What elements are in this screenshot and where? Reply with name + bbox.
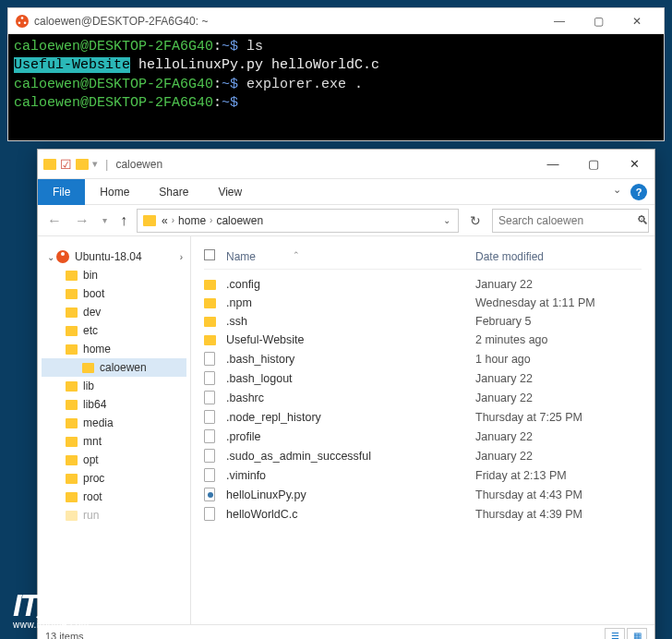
refresh-button[interactable]: ↻ [464, 213, 486, 228]
file-date: January 22 [475, 392, 642, 404]
address-dropdown[interactable]: ⌄ [443, 215, 452, 225]
terminal-maximize-button[interactable]: ▢ [579, 8, 618, 34]
sidebar-item-lib64[interactable]: lib64 [42, 395, 186, 414]
breadcrumb-home[interactable]: home [176, 214, 208, 227]
separator: | [105, 157, 108, 171]
explorer-title: caloewen [115, 158, 162, 171]
quickaccess-icons: ☑ ▾ [43, 157, 98, 172]
folder-icon [66, 492, 78, 502]
file-row[interactable]: helloWorldC.cThursday at 4:39 PM [204, 504, 642, 524]
minimize-button[interactable]: — [533, 150, 573, 179]
terminal-line: caloewen@DESKTOP-2FA6G40:~$ explorer.exe… [14, 76, 658, 94]
column-name[interactable]: Name⌃ [226, 250, 475, 263]
file-date: January 22 [475, 430, 642, 443]
file-name: .bash_history [226, 353, 475, 366]
sidebar-item-lib[interactable]: lib [42, 377, 186, 395]
terminal-line: caloewen@DESKTOP-2FA6G40:~$ [14, 94, 658, 113]
file-name: .viminfo [226, 469, 475, 482]
file-name: .sudo_as_admin_successful [226, 450, 475, 463]
svg-point-0 [16, 15, 29, 28]
sidebar-item-ubuntu[interactable]: ⌄ Ubuntu-18.04 › [42, 247, 186, 266]
file-row[interactable]: .viminfoFriday at 2:13 PM [204, 465, 642, 485]
sidebar-item-bin[interactable]: bin [42, 266, 186, 284]
file-row[interactable]: .sshFebruary 5 [204, 312, 642, 331]
svg-point-2 [18, 21, 21, 24]
chevron-right-icon: › [170, 215, 176, 225]
nav-back-button[interactable]: ← [43, 212, 66, 229]
tree-collapse-icon[interactable]: ⌄ [45, 252, 56, 262]
file-icon [204, 352, 215, 366]
close-button[interactable]: ✕ [614, 150, 654, 179]
ribbon-home-tab[interactable]: Home [85, 186, 144, 199]
terminal-body[interactable]: caloewen@DESKTOP-2FA6G40:~$ ls Useful-We… [8, 34, 664, 140]
file-row[interactable]: .sudo_as_admin_successfulJanuary 22 [204, 446, 642, 465]
terminal-titlebar: caloewen@DESKTOP-2FA6G40: ~ — ▢ ✕ [8, 8, 664, 34]
folder-icon [82, 363, 94, 373]
sidebar-item-etc[interactable]: etc [42, 321, 186, 340]
folder-icon [204, 335, 216, 345]
sidebar-tree: ⌄ Ubuntu-18.04 › binbootdevetchome caloe… [38, 236, 191, 624]
search-icon[interactable]: 🔍︎ [637, 213, 649, 227]
file-row[interactable]: .configJanuary 22 [204, 275, 642, 294]
column-date[interactable]: Date modified [475, 250, 642, 263]
file-row[interactable]: .npmWednesday at 1:11 PM [204, 294, 642, 312]
search-box[interactable]: 🔍︎ [492, 209, 649, 233]
sidebar-item-root[interactable]: root [42, 488, 186, 506]
ribbon-tabs: File Home Share View ⌄ ? [38, 179, 654, 205]
svg-point-3 [24, 21, 27, 24]
help-icon[interactable]: ? [630, 184, 647, 200]
sort-asc-icon: ⌃ [293, 250, 300, 263]
maximize-button[interactable]: ▢ [573, 150, 614, 179]
terminal-minimize-button[interactable]: — [540, 8, 579, 34]
folder-icon [204, 317, 216, 327]
breadcrumb-overflow[interactable]: « [160, 214, 170, 227]
select-all-checkbox[interactable] [204, 249, 215, 260]
chevron-right-icon: › [208, 215, 214, 225]
file-row[interactable]: .bash_history1 hour ago [204, 349, 642, 368]
python-file-icon [204, 488, 215, 501]
file-name: Useful-Website [226, 333, 475, 346]
sidebar-item-run[interactable]: run [42, 506, 186, 524]
sidebar-item-dev[interactable]: dev [42, 303, 186, 321]
nav-forward-button[interactable]: → [71, 212, 93, 229]
file-row[interactable]: .bash_logoutJanuary 22 [204, 368, 642, 388]
pin-checkbox-icon[interactable]: ☑ [60, 157, 72, 172]
sidebar-item-home[interactable]: home [42, 340, 186, 358]
nav-up-button[interactable]: ↑ [116, 212, 131, 229]
file-row[interactable]: .bashrcJanuary 22 [204, 388, 642, 407]
file-date: Thursday at 4:39 PM [475, 508, 642, 521]
address-bar[interactable]: « › home › caloewen ⌄ [137, 209, 459, 233]
terminal-line: Useful-Website helloLinuxPy.py helloWorl… [14, 56, 658, 75]
file-row[interactable]: .profileJanuary 22 [204, 427, 642, 446]
nav-recent-dropdown[interactable]: ▾ [99, 215, 111, 225]
ribbon-share-tab[interactable]: Share [144, 186, 203, 199]
folder-icon [66, 307, 78, 318]
sidebar-item-proc[interactable]: proc [42, 469, 186, 488]
view-icons-button[interactable]: ▦ [627, 628, 647, 640]
file-icon [204, 449, 215, 463]
sidebar-item-media[interactable]: media [42, 414, 186, 432]
ribbon-collapse-icon[interactable]: ⌄ [613, 184, 621, 200]
sidebar-item-caloewen[interactable]: caloewen [42, 358, 186, 377]
file-row[interactable]: .node_repl_historyThursday at 7:25 PM [204, 407, 642, 427]
folder-icon [66, 289, 78, 299]
file-icon [204, 507, 215, 521]
file-row[interactable]: helloLinuxPy.pyThursday at 4:43 PM [204, 485, 642, 504]
sidebar-item-opt[interactable]: opt [42, 451, 186, 469]
ribbon-file-tab[interactable]: File [38, 179, 85, 205]
view-details-button[interactable]: ☰ [605, 628, 625, 640]
terminal-close-button[interactable]: ✕ [618, 8, 656, 34]
file-date: Thursday at 4:43 PM [475, 488, 642, 501]
folder-icon [204, 280, 216, 290]
file-icon [204, 391, 215, 404]
sidebar-item-boot[interactable]: boot [42, 284, 186, 303]
folder-icon [66, 418, 78, 428]
file-row[interactable]: Useful-Website2 minutes ago [204, 331, 642, 349]
sidebar-item-mnt[interactable]: mnt [42, 432, 186, 451]
search-input[interactable] [498, 214, 637, 227]
folder-icon [76, 159, 89, 170]
quickaccess-dropdown[interactable]: ▾ [92, 158, 98, 170]
ribbon-view-tab[interactable]: View [203, 186, 257, 199]
breadcrumb-caloewen[interactable]: caloewen [214, 214, 265, 227]
file-date: February 5 [475, 315, 642, 328]
